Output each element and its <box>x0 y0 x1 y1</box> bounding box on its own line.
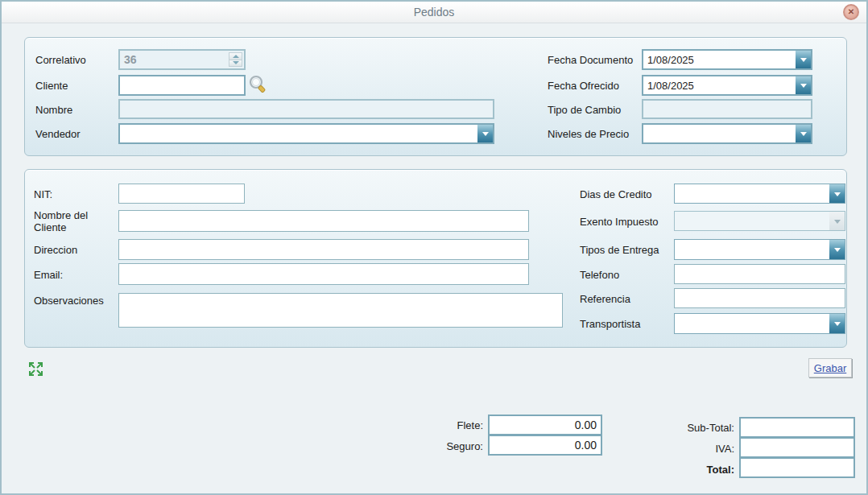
telefono-label: Telefono <box>580 264 619 285</box>
observaciones-label: Observaciones <box>34 290 104 311</box>
iva-input <box>739 437 855 458</box>
total-input <box>739 457 855 478</box>
fecha-ofrecido-value: 1/08/2025 <box>643 76 796 94</box>
direccion-input[interactable] <box>118 239 529 260</box>
tipo-de-cambio-input <box>642 99 812 119</box>
exento-impuesto-select <box>674 211 845 231</box>
nombre-del-cliente-label: Nombre del Cliente <box>34 209 114 233</box>
tipos-de-entrega-select[interactable] <box>674 239 845 260</box>
grabar-button[interactable]: Grabar <box>808 358 852 377</box>
flete-label: Flete: <box>420 415 483 435</box>
transportista-label: Transportista <box>580 313 640 334</box>
fecha-ofrecido-picker[interactable]: 1/08/2025 <box>642 75 812 96</box>
transportista-select[interactable] <box>674 313 845 334</box>
dias-de-credito-select[interactable] <box>674 184 845 204</box>
chevron-down-icon[interactable] <box>796 51 811 68</box>
fecha-documento-label: Fecha Documento <box>548 49 633 70</box>
email-label: Email: <box>34 264 63 285</box>
direccion-label: Direccion <box>34 239 77 260</box>
referencia-label: Referencia <box>580 288 630 309</box>
nit-input[interactable] <box>118 184 245 204</box>
correlativo-value: 36 <box>124 53 137 66</box>
correlativo-spinner <box>229 52 242 67</box>
exento-impuesto-label: Exento Impuesto <box>580 211 659 232</box>
vendedor-value <box>120 125 477 142</box>
chevron-down-icon[interactable] <box>796 76 811 94</box>
iva-label: IVA: <box>663 438 734 459</box>
cliente-input[interactable] <box>118 75 246 96</box>
chevron-down-icon[interactable] <box>829 314 845 333</box>
chevron-down-icon <box>829 212 845 230</box>
dias-de-credito-value <box>675 184 829 203</box>
total-label: Total: <box>663 459 734 480</box>
vendedor-select[interactable] <box>118 123 494 144</box>
dias-de-credito-label: Dias de Credito <box>580 184 652 204</box>
close-icon[interactable]: ✕ <box>843 4 859 20</box>
expand-arrows-icon[interactable] <box>28 361 43 380</box>
chevron-down-icon[interactable] <box>477 125 493 142</box>
observaciones-textarea[interactable] <box>118 293 563 328</box>
nombre-label: Nombre <box>35 99 72 120</box>
titlebar: Pedidos <box>2 2 866 23</box>
seguro-input[interactable] <box>488 435 602 456</box>
grabar-label: Grabar <box>814 362 846 374</box>
tipos-de-entrega-value <box>675 240 829 259</box>
fecha-documento-picker[interactable]: 1/08/2025 <box>642 49 812 70</box>
niveles-de-precio-value <box>643 125 796 142</box>
fecha-ofrecido-label: Fecha Ofrecido <box>548 75 619 96</box>
chevron-down-icon[interactable] <box>796 125 811 142</box>
tipo-de-cambio-label: Tipo de Cambio <box>548 99 621 120</box>
chevron-down-icon[interactable] <box>829 184 845 203</box>
transportista-value <box>675 314 829 333</box>
seguro-label: Seguro: <box>420 435 483 456</box>
subtotal-input <box>739 417 855 438</box>
search-icon[interactable] <box>248 74 267 98</box>
window-title: Pedidos <box>414 6 455 19</box>
flete-input[interactable] <box>488 415 602 435</box>
pedidos-window: Pedidos ✕ Correlativo 36 Fecha Documento… <box>0 0 868 495</box>
telefono-input[interactable] <box>674 264 845 284</box>
email-input[interactable] <box>118 263 529 285</box>
fecha-documento-value: 1/08/2025 <box>643 51 796 68</box>
tipos-de-entrega-label: Tipos de Entrega <box>580 239 659 260</box>
nit-label: NIT: <box>34 184 52 204</box>
subtotal-label: Sub-Total: <box>663 417 734 438</box>
exento-impuesto-value <box>675 212 829 230</box>
spinner-down-icon[interactable] <box>229 60 242 68</box>
referencia-input[interactable] <box>674 288 845 308</box>
nombre-input <box>118 99 494 119</box>
vendedor-label: Vendedor <box>35 123 81 144</box>
chevron-down-icon[interactable] <box>829 240 845 259</box>
niveles-de-precio-label: Niveles de Precio <box>548 123 629 144</box>
spinner-up-icon[interactable] <box>229 52 242 60</box>
niveles-de-precio-select[interactable] <box>642 123 812 144</box>
nombre-del-cliente-input[interactable] <box>118 210 529 232</box>
correlativo-input: 36 <box>118 49 246 70</box>
cliente-label: Cliente <box>35 75 68 96</box>
correlativo-label: Correlativo <box>35 49 86 70</box>
